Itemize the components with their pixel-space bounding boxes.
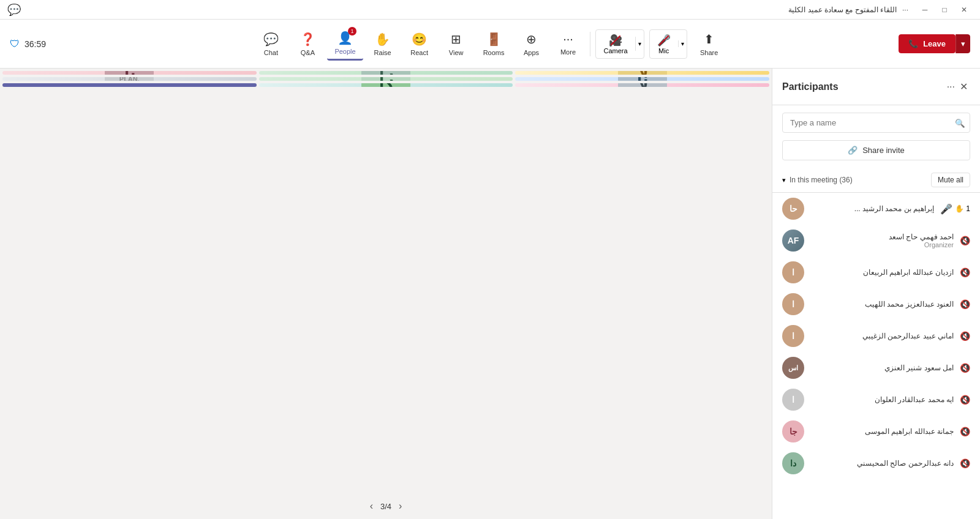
raise-label: Raise: [374, 49, 391, 56]
leave-chevron[interactable]: ▾: [956, 34, 970, 53]
p4-mic-btn[interactable]: 🔇: [960, 299, 970, 309]
camera-chevron[interactable]: ▾: [635, 37, 644, 51]
list-item[interactable]: 🔇 اماني عبيد عبدالرحمن الزغيبي ا: [772, 320, 980, 352]
phone-icon: 📞: [908, 39, 918, 48]
prev-page-btn[interactable]: ‹: [368, 498, 375, 514]
more-options-btn[interactable]: ···: [897, 4, 914, 16]
list-item[interactable]: 🔇 دانه عبدالرحمن صالح المحيسني دا: [772, 447, 980, 479]
video-tile-1[interactable]: يا 🔇 يارا محمد علي المنيف: [2, 71, 257, 75]
window-controls: ··· ─ □ ✕: [897, 4, 973, 16]
video-tile-4[interactable]: DREAM.PLAN.DO. 🔇 ايه محمد عبدالقادر العل…: [2, 77, 257, 81]
camera-group: 🎥 Camera ▾: [595, 29, 644, 59]
list-item[interactable]: 🔇 احمد فهمي حاج اسعد Organizer AF: [772, 225, 980, 256]
p8-avatar: جا: [782, 420, 804, 442]
p2-mic-btn[interactable]: 🔇: [960, 236, 970, 245]
p8-mic-btn[interactable]: 🔇: [960, 427, 970, 436]
minimize-btn[interactable]: ─: [916, 4, 933, 16]
search-input[interactable]: [782, 113, 970, 133]
raise-button[interactable]: ✋ Raise: [366, 28, 400, 60]
participants-panel: Participants ··· ✕ 🔍 🔗 Share invite ▾ In…: [772, 69, 980, 519]
p6-mic-btn[interactable]: 🔇: [960, 363, 970, 373]
chat-label: Chat: [264, 49, 278, 56]
p1-mic-btn[interactable]: 🎤: [940, 203, 952, 215]
panel-close-btn[interactable]: ✕: [957, 78, 970, 95]
p2-role: Organizer: [810, 241, 954, 248]
share-invite-label: Share invite: [862, 146, 905, 155]
maximize-btn[interactable]: □: [936, 4, 953, 16]
window-title: اللقاء المفتوح مع سعادة عميد الكلية: [26, 6, 897, 14]
rooms-button[interactable]: 🚪 Rooms: [476, 28, 512, 60]
video-tile-7[interactable]: 1 ✋ حا حنين بنت إبراهيم بن محمد الرشيد: [2, 83, 257, 87]
list-item[interactable]: 🔇 العنود عبدالعزيز محمد اللهيب ا: [772, 288, 980, 320]
mute-all-button[interactable]: Mute all: [931, 173, 970, 187]
video-tile-6[interactable]: نا 🔇 نوره عوض فلاح الرشيدي: [515, 77, 769, 81]
p1-name: إبراهيم بن محمد الرشيد ...: [810, 204, 934, 213]
people-badge: 1: [348, 27, 356, 35]
p1-raise: 1 ✋: [955, 204, 970, 213]
video-tile-9[interactable]: لا 🔇 لمار محمد عبدالرحمن السمري: [515, 83, 769, 87]
camera-button[interactable]: 🎥 Camera: [596, 30, 635, 58]
p5-mic-btn[interactable]: 🔇: [960, 331, 970, 341]
avatar-6: نا: [618, 77, 667, 81]
p2-actions: 🔇: [960, 236, 970, 245]
p4-avatar: ا: [782, 293, 804, 315]
shield-icon: 🛡: [10, 39, 20, 50]
react-button[interactable]: 😊 React: [402, 28, 437, 60]
mic-chevron[interactable]: ▾: [678, 40, 687, 47]
leave-button[interactable]: 📞 Leave: [899, 34, 956, 53]
p3-name: ازديان عبدالله ابراهيم الربيعان: [810, 268, 954, 277]
panel-more-btn[interactable]: ···: [944, 79, 957, 95]
more-icon: ···: [563, 32, 573, 46]
toolbar-right: 📞 Leave ▾: [899, 34, 970, 53]
list-item[interactable]: 🔇 جمانة عبدالله ابراهيم الموسى جا: [772, 416, 980, 447]
apps-button[interactable]: ⊕ Apps: [514, 28, 548, 60]
search-box: 🔍: [782, 113, 970, 133]
p3-avatar: ا: [782, 261, 804, 283]
share-button[interactable]: ⬆ Share: [692, 28, 726, 60]
close-btn[interactable]: ✕: [956, 4, 973, 16]
qa-icon: ❓: [300, 32, 315, 47]
camera-icon: 🎥: [609, 34, 622, 47]
participant-list: 1 ✋ 🎤 إبراهيم بن محمد الرشيد ... حا 🔇 اح…: [772, 193, 980, 519]
p5-info: اماني عبيد عبدالرحمن الزغيبي: [810, 332, 954, 340]
p5-name: اماني عبيد عبدالرحمن الزغيبي: [810, 332, 954, 340]
list-item[interactable]: 🔇 ازديان عبدالله ابراهيم الربيعان ا: [772, 256, 980, 288]
chevron-down-icon: ▾: [782, 176, 786, 184]
list-item[interactable]: 1 ✋ 🎤 إبراهيم بن محمد الرشيد ... حا: [772, 193, 980, 225]
apps-label: Apps: [524, 49, 539, 56]
p1-actions: 1 ✋ 🎤: [940, 203, 970, 215]
mic-group: 🎤 Mic ▾: [649, 29, 687, 59]
list-item[interactable]: 🔇 امل سعود شنير العنزي اس: [772, 352, 980, 384]
share-label: Share: [700, 49, 718, 56]
p9-actions: 🔇: [960, 458, 970, 468]
teams-icon: 💬: [7, 3, 21, 17]
video-grid: يا 🔇 يارا محمد علي المنيف را 🔇 ريما محمد…: [0, 69, 772, 89]
video-tile-8[interactable]: دا 🔇 دانه عبدالرحمن صالح المحيسني: [259, 83, 513, 87]
p3-mic-btn[interactable]: 🔇: [960, 267, 970, 277]
qa-button[interactable]: ❓ Q&A: [290, 28, 325, 60]
people-button[interactable]: 👤 1 People: [327, 27, 363, 61]
video-tile-2[interactable]: را 🔇 ريما محمد سليمان المعتق: [259, 71, 513, 75]
people-label: People: [334, 48, 355, 55]
share-invite-button[interactable]: 🔗 Share invite: [782, 140, 970, 160]
p7-mic-btn[interactable]: 🔇: [960, 395, 970, 405]
more-button[interactable]: ··· More: [551, 28, 585, 59]
p7-info: ايه محمد عبدالقادر العلوان: [810, 395, 954, 404]
pagination: ‹ 3/4 ›: [368, 498, 405, 514]
toolbar-center: 💬 Chat ❓ Q&A 👤 1 People ✋ Raise 😊 React …: [254, 27, 726, 61]
next-page-btn[interactable]: ›: [396, 498, 404, 514]
video-tile-5[interactable]: را 🔇 ريماس عمر غايب العتيبي: [259, 77, 513, 81]
p6-avatar: اس: [782, 357, 804, 379]
search-icon-btn[interactable]: 🔍: [955, 118, 965, 127]
video-tile-3[interactable]: لا 🔇 لميس ابراهيم منصور الحميميدي: [515, 71, 769, 75]
chat-button[interactable]: 💬 Chat: [254, 28, 288, 60]
p3-info: ازديان عبدالله ابراهيم الربيعان: [810, 268, 954, 277]
mic-button[interactable]: 🎤 Mic: [650, 30, 678, 58]
p9-mic-btn[interactable]: 🔇: [960, 458, 970, 468]
video-container: يا 🔇 يارا محمد علي المنيف را 🔇 ريما محمد…: [0, 69, 772, 519]
qa-label: Q&A: [301, 49, 315, 56]
p5-avatar: ا: [782, 325, 804, 347]
list-item[interactable]: 🔇 ايه محمد عبدالقادر العلوان ا: [772, 384, 980, 416]
view-button[interactable]: ⊞ View: [439, 28, 473, 60]
p4-name: العنود عبدالعزيز محمد اللهيب: [810, 300, 954, 308]
